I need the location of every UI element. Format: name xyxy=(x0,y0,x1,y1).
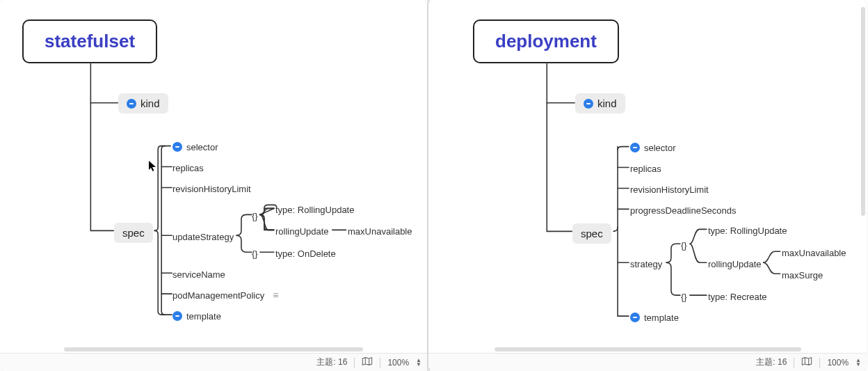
leaf-type-rollingupdate[interactable]: type: RollingUpdate xyxy=(275,203,354,216)
spec-node[interactable]: spec xyxy=(572,223,611,244)
leaf-rollingupdate[interactable]: rollingUpdate xyxy=(708,258,762,270)
selector-label: selector xyxy=(186,142,218,152)
bracket2-label: {} xyxy=(681,292,687,302)
spec-node[interactable]: spec xyxy=(114,223,153,243)
template-label: template xyxy=(186,311,221,322)
strategy-label: strategy xyxy=(630,259,662,269)
zoom-stepper[interactable]: ▲ ▼ xyxy=(855,358,861,367)
theme-label-text: 主题: xyxy=(756,357,775,367)
zoom-level[interactable]: 100% xyxy=(387,358,409,368)
leaf-selector[interactable]: selector xyxy=(630,141,676,154)
rhl-label: revisionHistoryLimit xyxy=(630,184,709,195)
theme-count[interactable]: 主题: 16 xyxy=(756,356,787,368)
separator xyxy=(354,358,355,368)
notes-icon xyxy=(268,290,278,301)
maxsurge-label: maxSurge xyxy=(782,270,823,281)
outline-icon[interactable] xyxy=(362,356,373,368)
leaf-progressdeadlineseconds[interactable]: progressDeadlineSeconds xyxy=(630,204,736,216)
replicas-label: replicas xyxy=(172,163,204,173)
pds-label: progressDeadlineSeconds xyxy=(630,205,736,216)
chevron-down-icon[interactable]: ▼ xyxy=(855,363,861,367)
kind-node[interactable]: kind xyxy=(575,93,625,113)
servicename-label: serviceName xyxy=(172,269,225,280)
leaf-type-rollingupdate[interactable]: type: RollingUpdate xyxy=(708,224,787,237)
bracket-node-2[interactable]: {} xyxy=(252,247,258,260)
zoom-stepper[interactable]: ▲ ▼ xyxy=(416,358,421,367)
left-canvas[interactable]: statefulset kind spec selector replicas … xyxy=(0,0,427,347)
scrollbar-thumb[interactable] xyxy=(495,347,801,352)
template-label: template xyxy=(644,313,679,323)
right-pane: deployment kind spec selector replicas r… xyxy=(428,0,867,371)
type-rolling-label: type: RollingUpdate xyxy=(275,205,354,215)
bracket1-label: {} xyxy=(681,240,687,251)
root-label: deployment xyxy=(495,31,597,52)
type-recreate-label: type: Recreate xyxy=(708,292,767,302)
leaf-template[interactable]: template xyxy=(172,310,221,322)
leaf-podmanagementpolicy[interactable]: podManagementPolicy xyxy=(172,289,278,301)
separator xyxy=(819,358,820,368)
left-status-bar: 主题: 16 100% ▲ ▼ xyxy=(0,353,427,371)
share-icon xyxy=(584,99,593,109)
selector-label: selector xyxy=(644,143,676,153)
theme-count[interactable]: 主题: 16 xyxy=(316,356,347,368)
root-label: statefulset xyxy=(45,31,135,52)
spec-label: spec xyxy=(122,227,145,239)
share-icon xyxy=(172,142,182,152)
spec-label: spec xyxy=(581,228,603,239)
left-pane: statefulset kind spec selector replicas … xyxy=(0,0,427,371)
bracket1-label: {} xyxy=(252,211,258,221)
zoom-value: 100% xyxy=(387,358,409,368)
updatestrategy-label: updateStrategy xyxy=(172,232,234,242)
bracket-node-2[interactable]: {} xyxy=(681,290,687,303)
leaf-maxunavailable[interactable]: maxUnavailable xyxy=(348,225,412,237)
share-icon xyxy=(630,313,640,322)
leaf-strategy[interactable]: strategy xyxy=(630,258,662,270)
theme-count-value: 16 xyxy=(778,357,787,367)
scrollbar-thumb[interactable] xyxy=(64,347,363,352)
right-status-bar: 主题: 16 100% ▲ ▼ xyxy=(428,353,867,371)
maxunavailable-label: maxUnavailable xyxy=(782,248,846,258)
rollingupdate-label: rollingUpdate xyxy=(275,226,329,237)
leaf-revisionhistorylimit[interactable]: revisionHistoryLimit xyxy=(172,182,251,195)
mouse-cursor-icon xyxy=(148,160,156,173)
leaf-rollingupdate[interactable]: rollingUpdate xyxy=(275,225,329,237)
leaf-replicas[interactable]: replicas xyxy=(172,161,204,174)
leaf-revisionhistorylimit[interactable]: revisionHistoryLimit xyxy=(630,183,709,196)
leaf-maxsurge[interactable]: maxSurge xyxy=(782,269,823,281)
chevron-down-icon[interactable]: ▼ xyxy=(416,363,421,367)
leaf-selector[interactable]: selector xyxy=(172,141,218,153)
bracket-node-1[interactable]: {} xyxy=(681,239,687,251)
root-node-deployment[interactable]: deployment xyxy=(473,19,619,63)
maxunavailable-label: maxUnavailable xyxy=(348,226,412,237)
zoom-level[interactable]: 100% xyxy=(827,358,849,368)
theme-count-value: 16 xyxy=(338,357,347,367)
leaf-type-recreate[interactable]: type: Recreate xyxy=(708,290,767,303)
leaf-replicas[interactable]: replicas xyxy=(630,162,661,175)
theme-label-text: 主题: xyxy=(316,357,335,367)
separator xyxy=(794,358,794,368)
leaf-template[interactable]: template xyxy=(630,311,679,324)
app-container: statefulset kind spec selector replicas … xyxy=(0,0,868,371)
pmp-label: podManagementPolicy xyxy=(172,290,264,301)
share-icon xyxy=(172,311,182,321)
kind-node[interactable]: kind xyxy=(118,93,168,113)
right-canvas[interactable]: deployment kind spec selector replicas r… xyxy=(428,0,867,347)
share-icon xyxy=(630,143,640,152)
replicas-label: replicas xyxy=(630,164,661,174)
leaf-servicename[interactable]: serviceName xyxy=(172,268,225,281)
root-node-statefulset[interactable]: statefulset xyxy=(22,19,157,63)
zoom-value: 100% xyxy=(827,358,849,368)
bracket2-label: {} xyxy=(252,248,258,259)
type-rolling-label: type: RollingUpdate xyxy=(708,226,787,236)
kind-label: kind xyxy=(140,97,160,109)
leaf-updatestrategy[interactable]: updateStrategy xyxy=(172,230,234,243)
leaf-type-ondelete[interactable]: type: OnDelete xyxy=(275,247,336,260)
type-ondelete-label: type: OnDelete xyxy=(275,248,336,259)
separator xyxy=(380,358,380,368)
leaf-maxunavailable[interactable]: maxUnavailable xyxy=(782,246,846,259)
share-icon xyxy=(127,99,136,109)
bracket-node-1[interactable]: {} xyxy=(252,210,258,222)
outline-icon[interactable] xyxy=(801,356,812,368)
kind-label: kind xyxy=(597,97,617,109)
rhl-label: revisionHistoryLimit xyxy=(172,184,251,194)
